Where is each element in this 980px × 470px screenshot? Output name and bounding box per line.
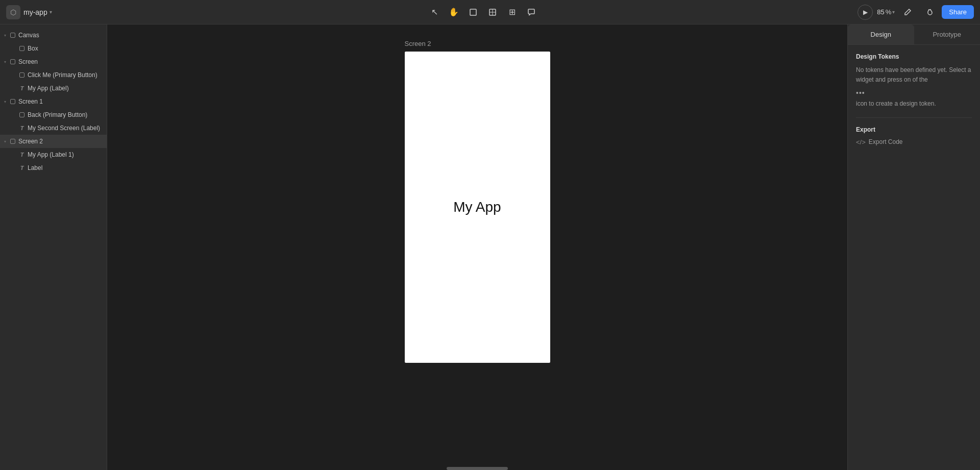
dots-icon: ••• — [856, 89, 972, 97]
select-tool-button[interactable]: ↖ — [426, 4, 443, 21]
my-app-label-1-icon: T — [18, 151, 26, 158]
canvas-label: Canvas — [18, 32, 39, 39]
screen-frame[interactable]: My App — [405, 52, 550, 363]
panel-content: Design Tokens No tokens have been define… — [848, 45, 980, 470]
main-area: ▾ Canvas Box ▾ Screen Click Me (Primary … — [0, 24, 980, 470]
zoom-value: 85 — [877, 8, 884, 16]
canvas-area: Screen 2 My App — [107, 24, 847, 470]
svg-rect-0 — [470, 9, 476, 15]
sidebar-item-label[interactable]: T Label — [0, 161, 107, 175]
screen-title-label: Screen 2 — [405, 40, 550, 47]
zoom-control[interactable]: 85 % ▾ — [877, 8, 895, 16]
box-label: Box — [28, 45, 38, 52]
component-icon — [488, 8, 497, 17]
hand-tool-button[interactable]: ✋ — [445, 4, 462, 21]
app-logo-icon: ⬡ — [10, 8, 16, 16]
sidebar-item-click-me[interactable]: Click Me (Primary Button) — [0, 68, 107, 82]
back-btn-icon — [18, 111, 26, 118]
horizontal-scrollbar[interactable] — [447, 467, 508, 470]
canvas-content: Screen 2 My App — [405, 40, 550, 363]
left-sidebar: ▾ Canvas Box ▾ Screen Click Me (Primary … — [0, 24, 107, 470]
share-button[interactable]: Share — [942, 5, 974, 19]
screen2-label: Screen 2 — [18, 138, 43, 145]
play-button[interactable]: ▶ — [857, 5, 873, 20]
toolbar-tools: ↖ ✋ ⊞ — [112, 4, 853, 21]
edit-mode-button[interactable] — [899, 4, 916, 21]
my-app-label-text: My App (Label) — [28, 85, 69, 92]
sidebar-item-box[interactable]: Box — [0, 42, 107, 55]
label-text: Label — [28, 164, 42, 171]
design-tokens-title: Design Tokens — [856, 53, 972, 60]
my-app-label-1-text: My App (Label 1) — [28, 151, 74, 158]
export-title: Export — [856, 126, 972, 133]
screen1-label: Screen 1 — [18, 98, 43, 105]
comment-icon — [527, 8, 536, 17]
frame-icon — [469, 8, 478, 17]
screen-frame-content: My App — [453, 199, 501, 215]
panel-divider — [856, 117, 972, 118]
box-icon — [18, 45, 26, 52]
topbar-left: ⬡ my-app ▾ — [6, 5, 108, 19]
export-code-label: Export Code — [869, 138, 903, 145]
sidebar-item-screen[interactable]: ▾ Screen — [0, 55, 107, 68]
canvas-icon — [9, 32, 16, 39]
code-icon: </> — [856, 138, 866, 146]
app-name-chevron-icon: ▾ — [50, 9, 52, 15]
screen-label-item: Screen — [18, 58, 38, 65]
panel-tabs: Design Prototype — [848, 24, 980, 45]
app-icon: ⬡ — [6, 5, 20, 19]
click-me-icon — [18, 71, 26, 79]
sidebar-item-my-app-label-1[interactable]: T My App (Label 1) — [0, 148, 107, 161]
sidebar-item-second-screen-label[interactable]: T My Second Screen (Label) — [0, 121, 107, 135]
design-tokens-desc2: icon to create a design token. — [856, 99, 972, 109]
screen-expand-icon: ▾ — [4, 60, 6, 64]
screen2-icon — [9, 138, 16, 145]
comment-tool-button[interactable] — [523, 4, 540, 21]
zoom-chevron-icon: ▾ — [892, 9, 895, 15]
design-tokens-desc1: No tokens have been defined yet. Select … — [856, 65, 972, 85]
back-btn-label: Back (Primary Button) — [28, 111, 87, 118]
sidebar-item-screen2[interactable]: ▾ Screen 2 — [0, 135, 107, 148]
screen1-expand-icon: ▾ — [4, 100, 6, 104]
app-name-label: my-app — [23, 8, 47, 16]
grid-tool-button[interactable]: ⊞ — [503, 4, 521, 21]
tab-prototype[interactable]: Prototype — [914, 24, 981, 44]
export-code-row[interactable]: </> Export Code — [856, 138, 972, 146]
component-tool-button[interactable] — [484, 4, 501, 21]
topbar: ⬡ my-app ▾ ↖ ✋ ⊞ ▶ — [0, 0, 980, 24]
label-icon: T — [18, 164, 26, 171]
sidebar-item-my-app-label[interactable]: T My App (Label) — [0, 82, 107, 95]
sidebar-item-back-btn[interactable]: Back (Primary Button) — [0, 108, 107, 121]
flame-icon — [925, 8, 933, 16]
settings-button[interactable] — [920, 4, 938, 21]
click-me-label: Click Me (Primary Button) — [28, 71, 97, 79]
screen-icon — [9, 58, 16, 65]
app-name-container[interactable]: my-app ▾ — [23, 8, 52, 16]
screen2-expand-icon: ▾ — [4, 139, 6, 144]
tab-design[interactable]: Design — [848, 24, 914, 44]
right-panel: Design Prototype Design Tokens No tokens… — [847, 24, 980, 470]
sidebar-item-canvas[interactable]: ▾ Canvas — [0, 29, 107, 42]
second-screen-label-text: My Second Screen (Label) — [28, 125, 100, 132]
frame-tool-button[interactable] — [464, 4, 482, 21]
pencil-icon — [903, 8, 912, 16]
sidebar-item-screen1[interactable]: ▾ Screen 1 — [0, 95, 107, 108]
second-screen-label-icon: T — [18, 125, 26, 132]
my-app-label-icon: T — [18, 85, 26, 92]
zoom-suffix: % — [886, 8, 892, 16]
canvas-expand-icon: ▾ — [4, 33, 6, 38]
screen1-icon — [9, 98, 16, 105]
topbar-right: ▶ 85 % ▾ Share — [857, 4, 974, 21]
